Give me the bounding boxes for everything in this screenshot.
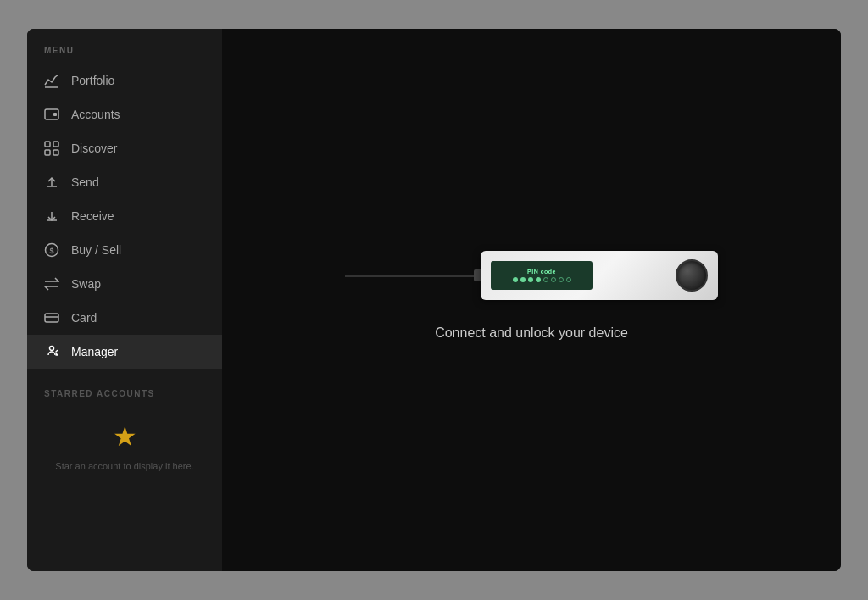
svg-rect-13 <box>45 314 58 322</box>
wallet-icon <box>44 107 59 122</box>
sidebar-item-accounts-label: Accounts <box>71 108 120 121</box>
sidebar-item-receive[interactable]: Receive <box>27 199 222 233</box>
sidebar-item-send[interactable]: Send <box>27 165 222 199</box>
connect-text: Connect and unlock your device <box>435 325 628 341</box>
manager-icon <box>44 344 59 359</box>
device-button <box>676 259 708 292</box>
sidebar-item-manager[interactable]: Manager <box>27 335 222 369</box>
sidebar-item-buy-sell-label: Buy / Sell <box>71 243 121 257</box>
svg-rect-6 <box>53 150 58 155</box>
app-window: MENU Portfolio <box>27 29 841 571</box>
sidebar-item-card[interactable]: Card <box>27 301 222 335</box>
sidebar-item-card-label: Card <box>71 311 97 325</box>
usb-cable <box>345 275 481 277</box>
dot-2 <box>520 277 526 282</box>
dot-5 <box>543 277 548 282</box>
ledger-device: PIN code <box>481 251 718 300</box>
sidebar-item-discover-label: Discover <box>71 142 117 155</box>
dot-4 <box>536 277 541 282</box>
device-visual: PIN code <box>345 251 718 300</box>
dollar-icon: $ <box>44 242 59 258</box>
swap-icon <box>44 276 59 292</box>
dot-1 <box>513 277 518 282</box>
card-icon <box>44 310 59 325</box>
sidebar-item-manager-label: Manager <box>71 345 118 358</box>
dot-6 <box>551 277 556 282</box>
dot-3 <box>528 277 533 282</box>
chart-line-icon <box>44 73 59 88</box>
send-icon <box>44 175 59 190</box>
starred-accounts-label: STARRED ACCOUNTS <box>44 389 205 398</box>
sidebar-nav: Portfolio Accounts <box>27 64 222 369</box>
sidebar-item-receive-label: Receive <box>71 209 114 223</box>
svg-point-15 <box>50 347 54 351</box>
device-screen-title: PIN code <box>527 269 556 275</box>
svg-text:$: $ <box>49 247 53 255</box>
dot-7 <box>559 277 564 282</box>
receive-icon <box>44 208 59 224</box>
star-icon: ★ <box>113 420 137 453</box>
grid-icon <box>44 141 59 156</box>
starred-accounts-empty: ★ Star an account to display it here. <box>44 412 205 482</box>
main-content: PIN code C <box>222 29 841 571</box>
sidebar-item-portfolio-label: Portfolio <box>71 74 114 87</box>
sidebar-item-swap-label: Swap <box>71 277 101 291</box>
svg-rect-3 <box>45 142 50 147</box>
sidebar-item-buy-sell[interactable]: $ Buy / Sell <box>27 233 222 267</box>
svg-rect-5 <box>45 150 50 155</box>
sidebar-item-discover[interactable]: Discover <box>27 131 222 165</box>
sidebar: MENU Portfolio <box>27 29 222 571</box>
device-screen: PIN code <box>491 261 593 290</box>
svg-rect-2 <box>53 113 57 116</box>
sidebar-item-accounts[interactable]: Accounts <box>27 97 222 131</box>
starred-hint-text: Star an account to display it here. <box>55 459 193 474</box>
device-illustration: PIN code C <box>345 251 718 341</box>
sidebar-item-send-label: Send <box>71 175 99 189</box>
sidebar-item-swap[interactable]: Swap <box>27 267 222 301</box>
dot-8 <box>566 277 571 282</box>
sidebar-item-portfolio[interactable]: Portfolio <box>27 64 222 97</box>
device-screen-dots <box>513 277 571 282</box>
menu-label: MENU <box>27 46 222 64</box>
starred-accounts-section: STARRED ACCOUNTS ★ Star an account to di… <box>27 389 222 482</box>
svg-rect-4 <box>53 142 58 147</box>
